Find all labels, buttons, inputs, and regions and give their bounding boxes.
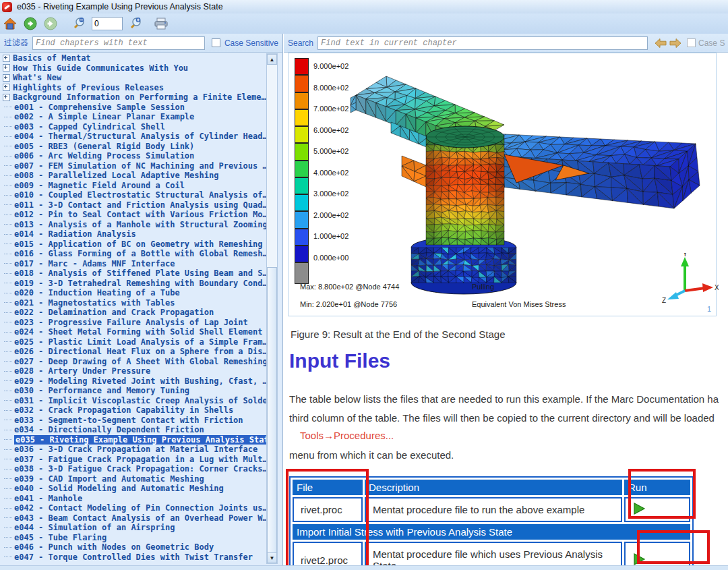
- colorbar-segment: [295, 92, 309, 109]
- bottom-scroll-strip[interactable]: [0, 565, 728, 570]
- tree-item[interactable]: e031 - Implicit Viscoplastic Creep Analy…: [3, 396, 264, 406]
- tree-item-label: e031 - Implicit Viscoplastic Creep Analy…: [14, 396, 272, 406]
- tree-item[interactable]: e024 - Sheet Metal Forming with Solid Sh…: [3, 327, 264, 337]
- chapter-tree: Basics of MentatHow This Guide Communica…: [3, 53, 264, 562]
- tree-item[interactable]: e041 - Manhole: [3, 494, 264, 504]
- zoom-in-icon[interactable]: [128, 16, 143, 31]
- search-case-checkbox[interactable]: [687, 38, 696, 47]
- search-input[interactable]: [317, 36, 648, 50]
- tree-item[interactable]: Background Information on Performing a F…: [3, 92, 264, 103]
- tree-item-label: e037 - Fatigue Crack Propagation in a Lu…: [14, 455, 268, 465]
- scroll-up-icon[interactable]: ▲: [267, 54, 277, 65]
- tree-item[interactable]: e006 - Arc Welding Process Simulation: [3, 151, 264, 161]
- tree-item[interactable]: e018 - Analysis of Stiffened Plate Using…: [3, 268, 264, 279]
- tree-item[interactable]: e009 - Magnetic Field Around a Coil: [3, 181, 264, 191]
- tree-item[interactable]: e003 - Capped Cylindrical Shell: [3, 122, 264, 132]
- tree-twig: [4, 469, 12, 469]
- table-band-row: Import Initial Stress with Previous Anal…: [293, 524, 690, 540]
- next-result-icon[interactable]: [668, 36, 683, 51]
- back-icon[interactable]: [23, 16, 38, 31]
- tree-item[interactable]: e035 - Riveting Example Using Previous A…: [3, 435, 264, 445]
- tree-item[interactable]: e001 - Comprehensive Sample Session: [3, 103, 264, 113]
- scrollbar-thumb[interactable]: [267, 267, 277, 553]
- tree-twig: [4, 459, 12, 459]
- tree-item[interactable]: e039 - CAD Import and Automatic Meshing: [3, 474, 264, 484]
- expand-icon[interactable]: [3, 64, 10, 72]
- tree-item[interactable]: e034 - Directionally Dependent Friction: [3, 425, 264, 435]
- tree-item[interactable]: What's New: [3, 73, 264, 83]
- tree-item[interactable]: e030 - Performance and Memory Tuning: [3, 386, 264, 396]
- tree-item[interactable]: e020 - Induction Heating of a Tube: [3, 288, 264, 298]
- table-row: rivet.procMentat procedure file to run t…: [293, 497, 690, 522]
- filter-input[interactable]: [32, 36, 205, 50]
- run-play-icon[interactable]: [632, 502, 646, 515]
- tree-item[interactable]: Highlights of Previous Releases: [3, 83, 264, 93]
- tree-item[interactable]: e017 - Marc - Adams MNF Interface: [3, 259, 264, 269]
- tree-item[interactable]: e027 - Deep Drawing of A Sheet With Glob…: [3, 357, 264, 367]
- tree-item[interactable]: Basics of Mentat: [3, 53, 264, 63]
- tree-item-label: e018 - Analysis of Stiffened Plate Using…: [14, 268, 268, 279]
- colorbar-segment: [295, 161, 309, 177]
- tree-item-label: e007 - FEM Simulation of NC Machining an…: [14, 161, 268, 171]
- tree-item[interactable]: e013 - Analysis of a Manhole with Struct…: [3, 220, 264, 230]
- tree-item[interactable]: e033 - Segment-to-Segment Contact with F…: [3, 416, 264, 426]
- expand-icon[interactable]: [3, 55, 10, 62]
- run-button-cell[interactable]: [624, 542, 690, 565]
- forward-icon[interactable]: [43, 16, 58, 31]
- tree-item[interactable]: e007 - FEM Simulation of NC Machining an…: [3, 161, 264, 171]
- tree-item[interactable]: e019 - 3-D Tetrahedral Remeshing with Bo…: [3, 279, 264, 289]
- prev-result-icon[interactable]: [653, 36, 668, 51]
- tree-item[interactable]: e045 - Tube Flaring: [3, 533, 264, 543]
- tree-item[interactable]: e022 - Delamination and Crack Propagatio…: [3, 308, 264, 318]
- tree-item[interactable]: e021 - Magnetostatics with Tables: [3, 298, 264, 308]
- tree-item[interactable]: e037 - Fatigue Crack Propagation in a Lu…: [3, 455, 264, 465]
- print-icon[interactable]: [154, 16, 169, 31]
- tree-item[interactable]: e026 - Directional Heat Flux on a Sphere…: [3, 347, 264, 357]
- tree-item[interactable]: e046 - Punch with Nodes on Geometric Bod…: [3, 542, 264, 552]
- tree-item[interactable]: e015 - Application of BC on Geometry wit…: [3, 239, 264, 250]
- tree-item[interactable]: How This Guide Communicates With You: [3, 63, 264, 74]
- menu-path-link[interactable]: Tools→Procedures...: [300, 430, 394, 441]
- expand-icon[interactable]: [3, 94, 10, 101]
- tree-scrollbar[interactable]: ▲ ▼: [266, 53, 278, 564]
- tree-item[interactable]: e014 - Radiation Analysis: [3, 229, 264, 239]
- result-image-viewer: 9.000e+028.000e+027.000e+026.000e+025.00…: [288, 53, 717, 316]
- tree-item[interactable]: e008 - Parallelized Local Adaptive Meshi…: [3, 171, 264, 181]
- tree-item[interactable]: e025 - Plastic Limit Load Analysis of a …: [3, 337, 264, 347]
- colorbar-label: 1.000e+02: [313, 232, 348, 240]
- stress-colorbar: [295, 58, 309, 284]
- tree-item[interactable]: e032 - Crack Propagation Capability in S…: [3, 405, 264, 416]
- tree-item[interactable]: e044 - Simulation of an Airspring: [3, 523, 264, 533]
- zoom-level-input[interactable]: [92, 17, 123, 30]
- tree-item[interactable]: e016 - Glass Forming of a Bottle with Gl…: [3, 249, 264, 259]
- tree-item[interactable]: e040 - Solid Modeling and Automatic Mesh…: [3, 484, 264, 494]
- tree-item[interactable]: e038 - 3-D Fatigue Crack Propagation: Co…: [3, 464, 264, 474]
- tree-item[interactable]: e042 - Contact Modeling of Pin Connectio…: [3, 503, 264, 513]
- scroll-down-icon[interactable]: ▼: [267, 552, 277, 563]
- tree-item[interactable]: e005 - RBE3 (General Rigid Body Link): [3, 142, 264, 152]
- tree-item[interactable]: e028 - Artery Under Pressure: [3, 366, 264, 376]
- tree-item[interactable]: e029 - Modeling Riveted Joint with Bushi…: [3, 376, 264, 387]
- tree-item-label: e015 - Application of BC on Geometry wit…: [14, 239, 262, 250]
- tree-item[interactable]: e043 - Beam Contact Analysis of an Overh…: [3, 513, 264, 523]
- colorbar-segment: [295, 211, 309, 228]
- run-play-icon[interactable]: [632, 552, 646, 566]
- tree-item[interactable]: e036 - 3-D Crack Propagation at Material…: [3, 445, 264, 455]
- run-button-cell[interactable]: [624, 497, 690, 522]
- tree-item[interactable]: e023 - Progressive Failure Analysis of L…: [3, 318, 264, 328]
- tree-twig: [4, 557, 12, 557]
- expand-icon[interactable]: [3, 84, 10, 91]
- tree-item[interactable]: e004 - Thermal/Structural Analysis of Cy…: [3, 132, 264, 142]
- case-sensitive-checkbox[interactable]: [212, 38, 220, 47]
- expand-icon[interactable]: [3, 74, 10, 82]
- tree-item[interactable]: e002 - A Simple Linear Planar Example: [3, 112, 264, 122]
- tree-item[interactable]: e012 - Pin to Seal Contact with Various …: [3, 210, 264, 220]
- home-icon[interactable]: [3, 16, 18, 31]
- tree-item[interactable]: e047 - Torque Controlled Dies with Twist…: [3, 552, 264, 563]
- colorbar-segment: [295, 143, 309, 160]
- colorbar-label: 3.000e+02: [313, 190, 348, 198]
- tree-item[interactable]: e011 - 3-D Contact and Friction Analysis…: [3, 200, 264, 210]
- svg-text:Z: Z: [662, 297, 666, 304]
- zoom-out-icon[interactable]: [71, 16, 86, 31]
- tree-item[interactable]: e010 - Coupled Electrostatic Structural …: [3, 190, 264, 200]
